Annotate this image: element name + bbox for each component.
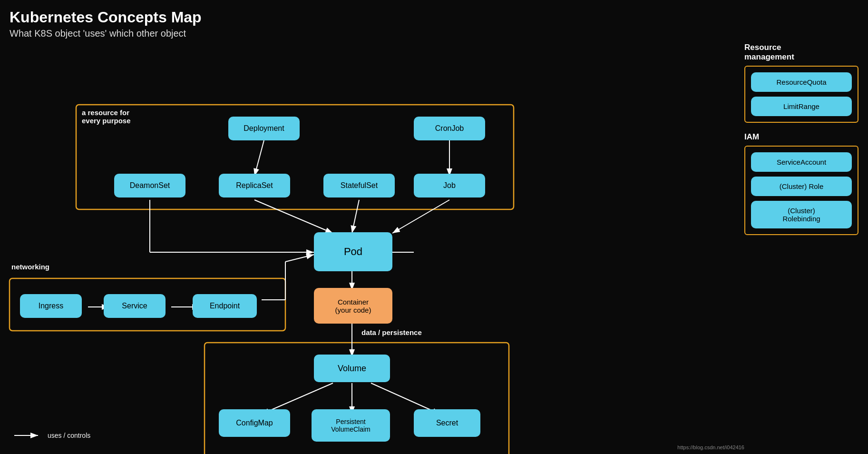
node-service: Service [104, 294, 166, 318]
node-deployment: Deployment [228, 117, 300, 140]
section-label-resource: a resource forevery purpose [82, 109, 131, 125]
node-container: Container(your code) [314, 288, 392, 324]
node-daemonset: DeamonSet [114, 174, 185, 197]
svg-line-9 [392, 200, 449, 233]
node-pvc: PersistentVolumeClaim [312, 409, 390, 442]
svg-line-5 [254, 140, 264, 176]
node-serviceaccount: ServiceAccount [751, 152, 852, 172]
svg-line-8 [352, 200, 359, 233]
node-replicaset: ReplicaSet [219, 174, 290, 197]
resource-management-box: ResourceQuota LimitRange [744, 66, 858, 123]
node-clusterrole: (Cluster) Role [751, 177, 852, 196]
section-label-data: data / persistence [361, 328, 422, 336]
node-pod: Pod [314, 232, 392, 271]
svg-line-7 [254, 200, 333, 233]
legend: uses / controls [14, 431, 90, 440]
node-resourcequota: ResourceQuota [751, 72, 852, 92]
svg-line-17 [285, 255, 314, 262]
watermark: https://blog.csdn.net/i042416 [677, 444, 744, 450]
resource-management-title: Resourcemanagement [744, 43, 858, 62]
node-endpoint: Endpoint [193, 294, 257, 318]
node-ingress: Ingress [20, 294, 82, 318]
iam-box: ServiceAccount (Cluster) Role (Cluster)R… [744, 146, 858, 235]
section-label-networking: networking [11, 263, 49, 271]
node-cronjob: CronJob [414, 117, 485, 140]
node-clusterrolebinding: (Cluster)Rolebinding [751, 201, 852, 228]
node-limitrange: LimitRange [751, 97, 852, 116]
node-secret: Secret [414, 409, 480, 437]
page-title: Kubernetes Concepts Map [0, 0, 868, 28]
node-volume: Volume [314, 355, 390, 382]
node-job: Job [414, 174, 485, 197]
node-statefulset: StatefulSet [323, 174, 395, 197]
node-configmap: ConfigMap [219, 409, 290, 437]
iam-title: IAM [744, 132, 858, 142]
